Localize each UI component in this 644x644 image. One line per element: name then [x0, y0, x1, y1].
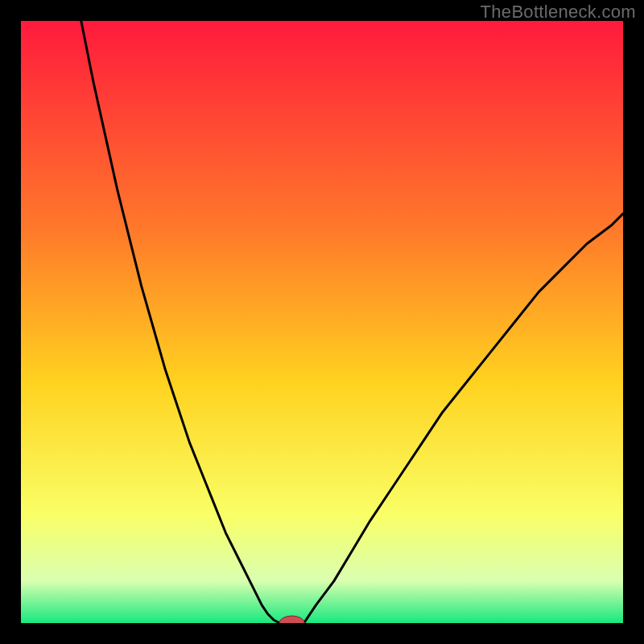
chart-svg: [21, 21, 623, 623]
chart-container: TheBottleneck.com: [0, 0, 644, 644]
watermark-text: TheBottleneck.com: [481, 2, 636, 23]
gradient-background: [21, 21, 623, 623]
plot-area: [21, 21, 623, 623]
